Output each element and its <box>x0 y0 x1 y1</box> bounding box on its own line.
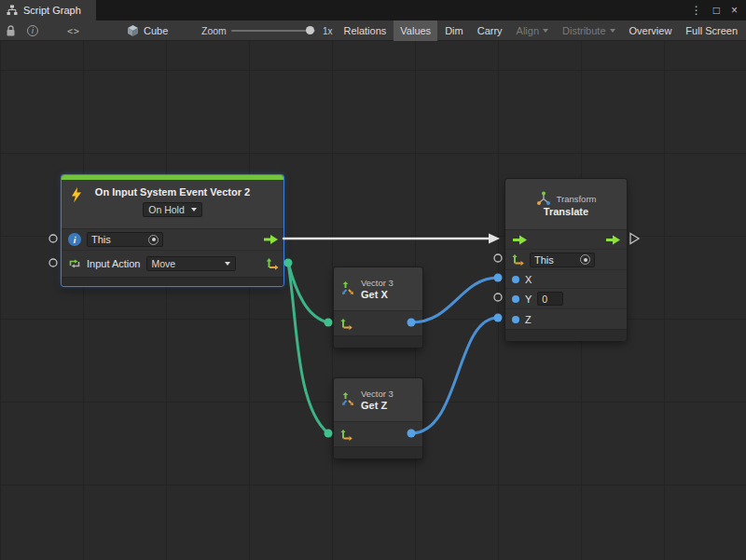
node-footer <box>62 277 283 286</box>
this-object-field-value: This <box>534 254 554 266</box>
translate-header[interactable]: Transform Translate <box>505 179 627 229</box>
input-action-row: Input Action Move <box>62 250 283 277</box>
this-object-field-value: This <box>91 234 111 245</box>
align-dropdown[interactable]: Align <box>510 20 555 41</box>
translate-x-connected-port[interactable] <box>494 274 503 282</box>
node-title: Get Z <box>361 400 394 412</box>
node-category: Vector 3 <box>361 388 394 400</box>
flow-output-arrow-icon[interactable] <box>605 235 620 245</box>
get-z-input-port[interactable] <box>325 430 333 438</box>
distribute-dropdown[interactable]: Distribute <box>556 20 621 41</box>
zoom-slider[interactable] <box>231 20 315 41</box>
flow-arrowhead-icon <box>489 234 500 244</box>
graph-icon <box>7 5 18 16</box>
event-unconnected-port[interactable] <box>49 259 57 266</box>
input-action-label: Input Action <box>87 258 141 269</box>
node-footer <box>334 335 422 348</box>
graph-owner-label: Cube <box>144 25 168 36</box>
input-action-dropdown-value: Move <box>152 258 176 269</box>
graph-canvas[interactable]: On Input System Event Vector 2 On Hold T… <box>0 41 746 560</box>
on-hold-dropdown-value: On Hold <box>148 204 185 215</box>
dim-button[interactable]: Dim <box>438 20 470 41</box>
fullscreen-button[interactable]: Full Screen <box>679 20 744 41</box>
this-object-field[interactable]: This <box>87 232 163 247</box>
wire-vector2-to-get-x[interactable] <box>288 263 328 322</box>
input-action-dropdown[interactable]: Move <box>146 256 236 271</box>
flow-ports-row <box>505 230 627 249</box>
translate-y-unconnected-port[interactable] <box>494 294 502 301</box>
node-get-z[interactable]: Vector 3 Get Z <box>334 378 422 458</box>
x-port-row: X <box>505 269 627 288</box>
node-category: Vector 3 <box>361 277 394 289</box>
x-label: X <box>525 274 532 285</box>
vector3-icon <box>340 281 355 296</box>
vector3-input-port-icon[interactable] <box>340 318 352 330</box>
node-title: On Input System Event Vector 2 <box>62 184 283 199</box>
cube-icon <box>127 24 139 37</box>
z-port-row: Z <box>505 308 627 329</box>
flow-output-arrow-icon[interactable] <box>263 235 278 245</box>
object-picker-icon[interactable] <box>148 235 159 245</box>
node-transform-translate[interactable]: Transform Translate <box>505 179 627 340</box>
overview-button[interactable]: Overview <box>623 20 679 41</box>
graph-info-icon[interactable] <box>27 20 38 41</box>
node-get-x[interactable]: Vector 3 Get X <box>334 267 422 348</box>
event-node-header[interactable]: On Input System Event Vector 2 On Hold <box>62 180 283 228</box>
script-machine-icon <box>68 233 81 246</box>
tab-script-graph[interactable]: Script Graph <box>0 0 96 20</box>
object-picker-icon[interactable] <box>580 254 590 265</box>
y-port[interactable] <box>512 295 519 303</box>
chevron-down-icon <box>225 262 230 266</box>
close-icon[interactable]: × <box>731 0 738 20</box>
get-x-port-row <box>334 310 422 335</box>
script-graph-window: Script Graph ⋮ □ × <> Cube Zoom <box>0 0 746 560</box>
flow-exit-triangle-port[interactable] <box>630 234 639 244</box>
graph-owner[interactable]: Cube <box>127 20 168 41</box>
lock-icon[interactable] <box>6 20 16 41</box>
zoom-slider-track[interactable] <box>231 30 315 32</box>
get-x-header[interactable]: Vector 3 Get X <box>334 267 422 310</box>
node-on-input-system-event-vector2[interactable]: On Input System Event Vector 2 On Hold T… <box>62 175 283 286</box>
lightning-icon <box>70 187 82 203</box>
vector3-icon <box>340 392 355 407</box>
input-action-icon <box>68 257 81 270</box>
code-preview-icon[interactable]: <> <box>67 20 80 41</box>
on-hold-dropdown[interactable]: On Hold <box>143 202 202 217</box>
carry-button[interactable]: Carry <box>471 20 509 41</box>
z-port[interactable] <box>512 316 519 323</box>
values-button[interactable]: Values <box>394 20 437 41</box>
chevron-down-icon <box>191 208 197 212</box>
relations-button[interactable]: Relations <box>337 20 393 41</box>
node-title: Get X <box>361 289 394 301</box>
node-footer <box>505 329 627 341</box>
maximize-icon[interactable]: □ <box>713 0 720 20</box>
chevron-down-icon <box>610 29 615 33</box>
zoom-slider-knob[interactable] <box>306 26 314 34</box>
get-x-input-port[interactable] <box>325 319 333 327</box>
wire-get-z-to-z[interactable] <box>411 318 498 433</box>
vector3-input-port-icon[interactable] <box>340 429 352 441</box>
translate-z-connected-port[interactable] <box>494 314 503 322</box>
vector2-output-port[interactable] <box>284 259 293 267</box>
tab-title: Script Graph <box>23 5 81 16</box>
x-port[interactable] <box>512 276 519 283</box>
zoom-value: 1x <box>323 20 333 41</box>
flow-input-arrow-icon[interactable] <box>512 235 527 245</box>
y-port-row: Y 0 <box>505 288 627 308</box>
translate-this-unconnected-port[interactable] <box>494 254 502 262</box>
z-label: Z <box>525 314 532 325</box>
wire-get-x-to-x[interactable] <box>411 278 498 322</box>
y-value-input[interactable]: 0 <box>537 292 563 306</box>
node-category: Transform <box>557 194 597 204</box>
this-port-row: This <box>62 229 283 250</box>
vector2-output-port-icon[interactable] <box>266 257 279 270</box>
get-z-header[interactable]: Vector 3 Get Z <box>334 378 422 421</box>
this-object-field[interactable]: This <box>530 253 595 267</box>
wire-vector2-to-get-z[interactable] <box>288 263 328 433</box>
transform-input-port-icon[interactable] <box>512 253 524 266</box>
menu-icon[interactable]: ⋮ <box>691 0 702 20</box>
toolbar-buttons: Relations Values Dim Carry Align Distrib… <box>337 20 744 41</box>
event-unconnected-port[interactable] <box>49 235 57 242</box>
this-port-row: This <box>505 249 627 269</box>
translate-body: This X Y 0 Z <box>505 229 627 329</box>
